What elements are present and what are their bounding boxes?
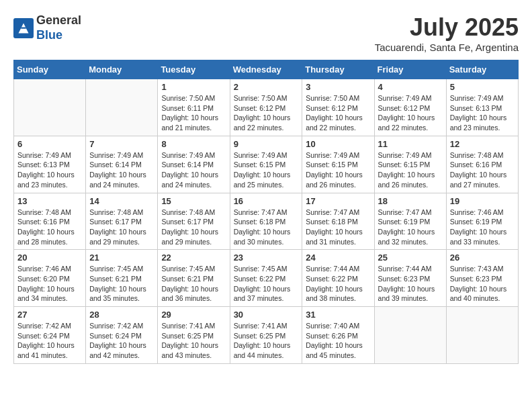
logo-general: General	[36, 13, 81, 27]
calendar-cell: 10Sunrise: 7:49 AM Sunset: 6:15 PM Dayli…	[302, 136, 374, 193]
calendar-cell: 30Sunrise: 7:41 AM Sunset: 6:25 PM Dayli…	[230, 307, 302, 364]
day-info: Sunrise: 7:42 AM Sunset: 6:24 PM Dayligh…	[89, 321, 154, 361]
day-number: 3	[306, 82, 370, 92]
calendar-week-row: 20Sunrise: 7:46 AM Sunset: 6:20 PM Dayli…	[14, 250, 519, 307]
page-header: General Blue July 2025 Tacuarendi, Santa…	[13, 13, 519, 53]
day-number: 22	[161, 253, 226, 263]
day-info: Sunrise: 7:49 AM Sunset: 6:15 PM Dayligh…	[306, 150, 370, 190]
title-block: July 2025 Tacuarendi, Santa Fe, Argentin…	[375, 13, 519, 53]
day-number: 2	[234, 82, 299, 92]
day-info: Sunrise: 7:46 AM Sunset: 6:20 PM Dayligh…	[17, 264, 82, 304]
day-info: Sunrise: 7:49 AM Sunset: 6:14 PM Dayligh…	[89, 150, 154, 190]
day-number: 16	[234, 196, 299, 206]
day-number: 20	[17, 253, 82, 263]
day-info: Sunrise: 7:48 AM Sunset: 6:16 PM Dayligh…	[450, 150, 515, 190]
day-info: Sunrise: 7:42 AM Sunset: 6:24 PM Dayligh…	[17, 321, 82, 361]
day-number: 13	[17, 196, 82, 206]
calendar-cell: 31Sunrise: 7:40 AM Sunset: 6:26 PM Dayli…	[302, 307, 374, 364]
calendar-cell: 17Sunrise: 7:47 AM Sunset: 6:18 PM Dayli…	[302, 193, 374, 250]
day-info: Sunrise: 7:48 AM Sunset: 6:16 PM Dayligh…	[17, 208, 82, 247]
weekday-header: Monday	[86, 60, 158, 79]
day-info: Sunrise: 7:49 AM Sunset: 6:12 PM Dayligh…	[378, 93, 443, 133]
weekday-header: Thursday	[302, 60, 374, 79]
logo-blue: Blue	[36, 28, 62, 42]
location: Tacuarendi, Santa Fe, Argentina	[375, 42, 519, 53]
day-number: 15	[161, 196, 226, 206]
weekday-header: Friday	[374, 60, 446, 79]
calendar-cell	[14, 79, 86, 136]
calendar-cell: 1Sunrise: 7:50 AM Sunset: 6:11 PM Daylig…	[158, 79, 230, 136]
svg-rect-2	[21, 27, 26, 28]
calendar-week-row: 1Sunrise: 7:50 AM Sunset: 6:11 PM Daylig…	[14, 79, 519, 136]
day-number: 6	[17, 139, 82, 149]
logo-icon	[13, 18, 34, 38]
weekday-header: Saturday	[446, 60, 518, 79]
day-info: Sunrise: 7:45 AM Sunset: 6:21 PM Dayligh…	[89, 264, 154, 304]
day-number: 31	[306, 310, 370, 320]
calendar-cell: 2Sunrise: 7:50 AM Sunset: 6:12 PM Daylig…	[230, 79, 302, 136]
day-info: Sunrise: 7:45 AM Sunset: 6:22 PM Dayligh…	[234, 264, 299, 304]
day-number: 25	[378, 253, 443, 263]
calendar-cell	[374, 307, 446, 364]
day-info: Sunrise: 7:43 AM Sunset: 6:23 PM Dayligh…	[450, 264, 515, 304]
day-info: Sunrise: 7:48 AM Sunset: 6:17 PM Dayligh…	[161, 208, 226, 247]
calendar-week-row: 6Sunrise: 7:49 AM Sunset: 6:13 PM Daylig…	[14, 136, 519, 193]
calendar-cell: 5Sunrise: 7:49 AM Sunset: 6:13 PM Daylig…	[446, 79, 518, 136]
calendar-cell: 19Sunrise: 7:46 AM Sunset: 6:19 PM Dayli…	[446, 193, 518, 250]
calendar-cell: 26Sunrise: 7:43 AM Sunset: 6:23 PM Dayli…	[446, 250, 518, 307]
day-info: Sunrise: 7:50 AM Sunset: 6:12 PM Dayligh…	[306, 93, 370, 133]
day-info: Sunrise: 7:50 AM Sunset: 6:12 PM Dayligh…	[234, 93, 299, 133]
logo-text: General Blue	[36, 13, 81, 42]
calendar-cell: 3Sunrise: 7:50 AM Sunset: 6:12 PM Daylig…	[302, 79, 374, 136]
day-number: 17	[306, 196, 370, 206]
calendar-cell	[446, 307, 518, 364]
weekday-header: Tuesday	[158, 60, 230, 79]
day-number: 14	[89, 196, 154, 206]
day-number: 24	[306, 253, 370, 263]
day-number: 29	[161, 310, 226, 320]
weekday-header-row: SundayMondayTuesdayWednesdayThursdayFrid…	[14, 60, 519, 79]
day-info: Sunrise: 7:41 AM Sunset: 6:25 PM Dayligh…	[234, 321, 299, 361]
day-number: 1	[161, 82, 226, 92]
calendar-cell: 24Sunrise: 7:44 AM Sunset: 6:22 PM Dayli…	[302, 250, 374, 307]
calendar-cell: 13Sunrise: 7:48 AM Sunset: 6:16 PM Dayli…	[14, 193, 86, 250]
day-number: 23	[234, 253, 299, 263]
month-title: July 2025	[375, 13, 519, 42]
day-number: 19	[450, 196, 515, 206]
calendar-cell	[86, 79, 158, 136]
calendar-cell: 9Sunrise: 7:49 AM Sunset: 6:15 PM Daylig…	[230, 136, 302, 193]
day-info: Sunrise: 7:41 AM Sunset: 6:25 PM Dayligh…	[161, 321, 226, 361]
day-info: Sunrise: 7:44 AM Sunset: 6:22 PM Dayligh…	[306, 264, 370, 304]
day-info: Sunrise: 7:47 AM Sunset: 6:18 PM Dayligh…	[306, 208, 370, 247]
calendar-cell: 16Sunrise: 7:47 AM Sunset: 6:18 PM Dayli…	[230, 193, 302, 250]
calendar-cell: 11Sunrise: 7:49 AM Sunset: 6:15 PM Dayli…	[374, 136, 446, 193]
day-info: Sunrise: 7:46 AM Sunset: 6:19 PM Dayligh…	[450, 208, 515, 247]
day-number: 21	[89, 253, 154, 263]
day-info: Sunrise: 7:49 AM Sunset: 6:13 PM Dayligh…	[17, 150, 82, 190]
day-info: Sunrise: 7:47 AM Sunset: 6:19 PM Dayligh…	[378, 208, 443, 247]
day-number: 28	[89, 310, 154, 320]
day-number: 27	[17, 310, 82, 320]
calendar-cell: 14Sunrise: 7:48 AM Sunset: 6:17 PM Dayli…	[86, 193, 158, 250]
day-info: Sunrise: 7:49 AM Sunset: 6:13 PM Dayligh…	[450, 93, 515, 133]
day-info: Sunrise: 7:44 AM Sunset: 6:23 PM Dayligh…	[378, 264, 443, 304]
day-number: 26	[450, 253, 515, 263]
calendar-cell: 22Sunrise: 7:45 AM Sunset: 6:21 PM Dayli…	[158, 250, 230, 307]
calendar-cell: 28Sunrise: 7:42 AM Sunset: 6:24 PM Dayli…	[86, 307, 158, 364]
day-info: Sunrise: 7:48 AM Sunset: 6:17 PM Dayligh…	[89, 208, 154, 247]
day-info: Sunrise: 7:50 AM Sunset: 6:11 PM Dayligh…	[161, 93, 226, 133]
calendar-week-row: 13Sunrise: 7:48 AM Sunset: 6:16 PM Dayli…	[14, 193, 519, 250]
weekday-header: Sunday	[14, 60, 86, 79]
day-number: 12	[450, 139, 515, 149]
day-number: 11	[378, 139, 443, 149]
calendar-cell: 25Sunrise: 7:44 AM Sunset: 6:23 PM Dayli…	[374, 250, 446, 307]
calendar-cell: 8Sunrise: 7:49 AM Sunset: 6:14 PM Daylig…	[158, 136, 230, 193]
day-info: Sunrise: 7:49 AM Sunset: 6:14 PM Dayligh…	[161, 150, 226, 190]
day-info: Sunrise: 7:47 AM Sunset: 6:18 PM Dayligh…	[234, 208, 299, 247]
calendar-cell: 18Sunrise: 7:47 AM Sunset: 6:19 PM Dayli…	[374, 193, 446, 250]
day-number: 18	[378, 196, 443, 206]
day-number: 10	[306, 139, 370, 149]
day-info: Sunrise: 7:49 AM Sunset: 6:15 PM Dayligh…	[234, 150, 299, 190]
day-number: 8	[161, 139, 226, 149]
calendar-cell: 23Sunrise: 7:45 AM Sunset: 6:22 PM Dayli…	[230, 250, 302, 307]
